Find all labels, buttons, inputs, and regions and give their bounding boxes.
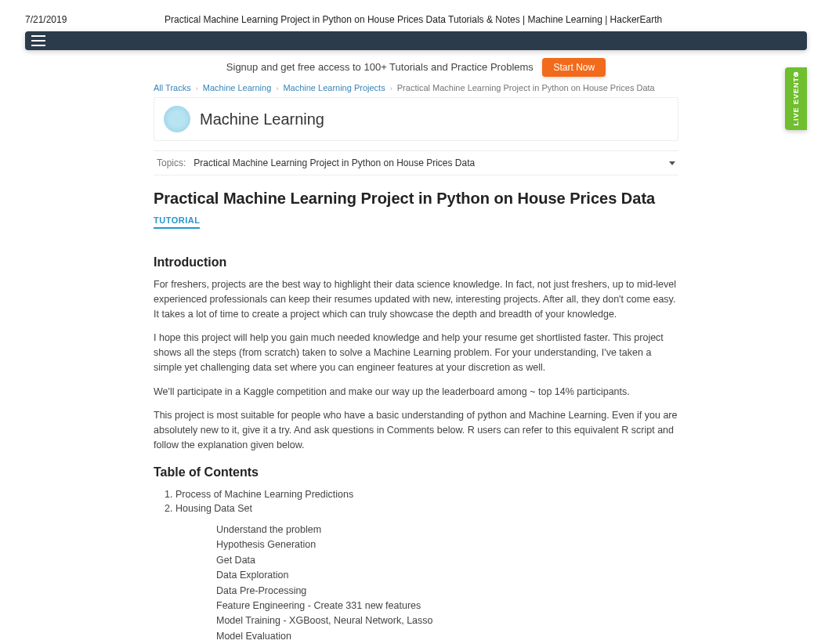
paragraph: We'll participate in a Kaggle competitio… — [154, 385, 678, 400]
list-item: Feature Engineering - Create 331 new fea… — [216, 599, 678, 613]
track-header-card: Machine Learning — [154, 97, 678, 141]
chevron-right-icon: › — [196, 85, 198, 92]
print-date: 7/21/2019 — [25, 14, 67, 25]
paragraph: This project is most suitable for people… — [154, 408, 678, 452]
start-now-button[interactable]: Start Now — [542, 58, 606, 77]
toc-list: Process of Machine Learning Predictions … — [175, 487, 678, 517]
list-item: Data Pre-Processing — [216, 584, 678, 599]
topics-label: Topics: — [157, 157, 186, 168]
list-item: Get Data — [216, 553, 678, 568]
signup-text: Signup and get free access to 100+ Tutor… — [226, 61, 534, 73]
live-events-label: LIVE EVENTS — [792, 71, 800, 126]
top-navbar — [25, 31, 807, 50]
breadcrumb-link[interactable]: All Tracks — [154, 83, 191, 92]
track-title: Machine Learning — [200, 110, 324, 128]
list-item: Model Evaluation — [216, 629, 678, 644]
article-title: Practical Machine Learning Project in Py… — [154, 190, 678, 208]
breadcrumb-link[interactable]: Machine Learning Projects — [283, 83, 385, 92]
menu-icon[interactable] — [31, 35, 45, 46]
list-item: Housing Data Set — [175, 501, 678, 516]
list-item: Understand the problem — [216, 523, 678, 537]
signup-banner: Signup and get free access to 100+ Tutor… — [25, 58, 807, 77]
toc-sublist: Understand the problem Hypothesis Genera… — [216, 523, 678, 644]
topics-dropdown[interactable]: Topics: Practical Machine Learning Proje… — [154, 150, 678, 175]
paragraph: I hope this project will help you gain m… — [154, 331, 678, 374]
live-events-tab[interactable]: 5 LIVE EVENTS — [785, 67, 807, 130]
breadcrumb-link[interactable]: Machine Learning — [203, 83, 271, 92]
list-item: Model Training - XGBoost, Neural Network… — [216, 613, 678, 628]
print-header: 7/21/2019 Practical Machine Learning Pro… — [0, 0, 832, 31]
chevron-down-icon — [669, 161, 675, 165]
topics-value: Practical Machine Learning Project in Py… — [194, 157, 661, 168]
track-icon — [164, 106, 190, 132]
list-item: Hypothesis Generation — [216, 537, 678, 552]
chevron-right-icon: › — [390, 85, 392, 92]
section-heading-toc: Table of Contents — [154, 465, 678, 479]
paragraph: For freshers, projects are the best way … — [154, 277, 678, 321]
breadcrumb: All Tracks › Machine Learning › Machine … — [154, 83, 678, 92]
breadcrumb-current: Practical Machine Learning Project in Py… — [397, 83, 655, 92]
chevron-right-icon: › — [276, 85, 278, 92]
section-heading-introduction: Introduction — [154, 255, 678, 270]
print-title: Practical Machine Learning Project in Py… — [67, 14, 760, 25]
list-item: Process of Machine Learning Predictions — [175, 487, 678, 502]
tutorial-tab[interactable]: TUTORIAL — [154, 215, 200, 229]
list-item: Data Exploration — [216, 568, 678, 583]
